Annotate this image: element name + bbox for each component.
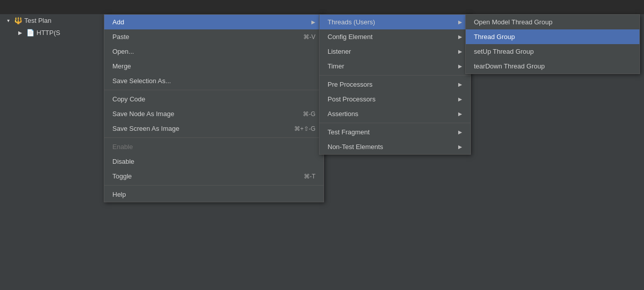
menu-label-pre-proc: Pre Processors (328, 81, 373, 88)
tree-icon-http: 📄 (26, 29, 34, 37)
menu-label-open: Open... (112, 48, 134, 55)
divider-l2-1 (319, 75, 470, 76)
divider-2 (104, 137, 324, 138)
menu-label-merge: Merge (112, 62, 131, 70)
menu-label-post-proc: Post Processors (328, 95, 376, 103)
menu-item-threads[interactable]: Threads (Users) ▶ (319, 15, 470, 29)
tree-label-testplan: Test Plan (24, 17, 51, 24)
menu-item-open[interactable]: Open... (104, 44, 324, 59)
menu-label-assertions: Assertions (328, 110, 358, 118)
tree-icon-plan: 🔱 (14, 17, 22, 24)
menu-label-paste: Paste (112, 33, 129, 41)
shortcut-save-screen: ⌘+⇧-G (294, 125, 315, 132)
context-menu-level1: Add ▶ Paste ⌘-V Open... Merge Save Selec… (104, 14, 324, 202)
menu-label-add: Add (112, 18, 124, 26)
arrow-icon-pre-proc: ▶ (458, 82, 462, 87)
menu-label-non-test: Non-Test Elements (328, 143, 383, 151)
menu-label-threads: Threads (Users) (328, 18, 375, 26)
menu-label-setup-thread: setUp Thread Group (474, 48, 534, 55)
menu-item-merge[interactable]: Merge (104, 59, 324, 74)
menu-item-listener[interactable]: Listener ▶ (319, 44, 470, 59)
divider-3 (104, 185, 324, 186)
menu-label-open-model: Open Model Thread Group (474, 18, 552, 26)
menu-label-thread-group: Thread Group (474, 33, 515, 41)
menu-item-disable[interactable]: Disable (104, 154, 324, 169)
context-menu-level3: Open Model Thread Group Thread Group set… (465, 14, 640, 74)
expand-icon-http: ▶ (16, 28, 24, 37)
arrow-icon-threads: ▶ (458, 19, 462, 25)
top-bar (0, 0, 644, 14)
menu-item-save-node[interactable]: Save Node As Image ⌘-G (104, 106, 324, 121)
menu-label-disable: Disable (112, 158, 134, 165)
arrow-icon-listener: ▶ (458, 49, 462, 54)
menu-item-save-selection[interactable]: Save Selection As... (104, 74, 324, 88)
arrow-icon-config: ▶ (458, 34, 462, 40)
shortcut-save-node: ⌘-G (303, 111, 315, 118)
menu-item-test-fragment[interactable]: Test Fragment ▶ (319, 125, 470, 139)
menu-item-paste[interactable]: Paste ⌘-V (104, 29, 324, 44)
menu-item-copy-code[interactable]: Copy Code (104, 92, 324, 106)
menu-label-listener: Listener (328, 48, 351, 55)
arrow-icon-assertions: ▶ (458, 111, 462, 117)
menu-label-config: Config Element (328, 33, 373, 41)
menu-label-toggle: Toggle (112, 172, 132, 180)
menu-label-save-selection: Save Selection As... (112, 77, 171, 85)
menu-item-thread-group[interactable]: Thread Group (466, 29, 639, 44)
menu-item-pre-proc[interactable]: Pre Processors ▶ (319, 77, 470, 92)
shortcut-toggle: ⌘-T (304, 173, 315, 180)
tree-panel: ▾ 🔱 Test Plan ▶ 📄 HTTP(S (0, 14, 101, 290)
arrow-icon-non-test: ▶ (458, 144, 462, 150)
divider-l2-2 (319, 123, 470, 123)
expand-icon: ▾ (4, 16, 12, 24)
menu-item-non-test[interactable]: Non-Test Elements ▶ (319, 139, 470, 154)
menu-item-open-model[interactable]: Open Model Thread Group (466, 15, 639, 29)
arrow-icon-add: ▶ (311, 19, 315, 25)
menu-label-timer: Timer (328, 62, 344, 70)
menu-item-assertions[interactable]: Assertions ▶ (319, 106, 470, 121)
arrow-icon-test-fragment: ▶ (458, 129, 462, 135)
menu-label-save-node: Save Node As Image (112, 110, 174, 118)
tree-label-http: HTTP(S (36, 29, 60, 37)
menu-label-save-screen: Save Screen As Image (112, 125, 179, 132)
shortcut-paste: ⌘-V (303, 33, 315, 41)
menu-label-enable: Enable (112, 143, 133, 151)
menu-label-test-fragment: Test Fragment (328, 128, 370, 136)
menu-item-enable: Enable (104, 139, 324, 154)
menu-item-post-proc[interactable]: Post Processors ▶ (319, 92, 470, 106)
menu-label-teardown-thread: tearDown Thread Group (474, 62, 545, 70)
menu-item-toggle[interactable]: Toggle ⌘-T (104, 169, 324, 184)
arrow-icon-timer: ▶ (458, 63, 462, 69)
menu-item-timer[interactable]: Timer ▶ (319, 59, 470, 74)
tree-item-http[interactable]: ▶ 📄 HTTP(S (0, 26, 101, 39)
context-menu-level2: Threads (Users) ▶ Config Element ▶ Liste… (319, 14, 471, 155)
menu-item-help[interactable]: Help (104, 187, 324, 202)
menu-item-setup-thread[interactable]: setUp Thread Group (466, 44, 639, 59)
divider-1 (104, 90, 324, 90)
menu-item-save-screen[interactable]: Save Screen As Image ⌘+⇧-G (104, 121, 324, 136)
tree-item-testplan[interactable]: ▾ 🔱 Test Plan (0, 14, 101, 26)
menu-item-config[interactable]: Config Element ▶ (319, 29, 470, 44)
menu-item-teardown-thread[interactable]: tearDown Thread Group (466, 59, 639, 74)
menu-label-copy-code: Copy Code (112, 95, 145, 103)
menu-label-help: Help (112, 191, 126, 198)
arrow-icon-post-proc: ▶ (458, 96, 462, 102)
menu-item-add[interactable]: Add ▶ (104, 15, 324, 29)
